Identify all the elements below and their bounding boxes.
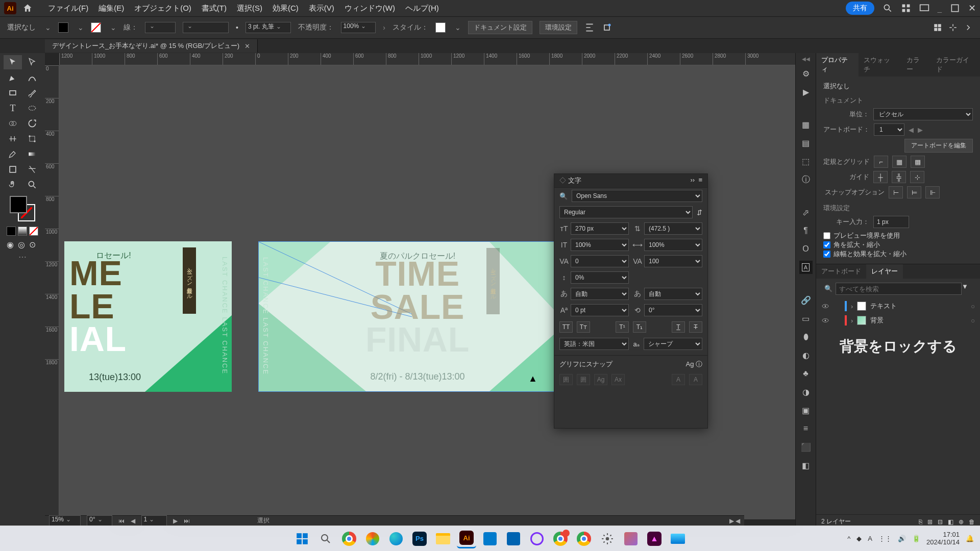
grid-icon[interactable]	[933, 23, 942, 32]
grid-toggle-icon[interactable]: ▦	[892, 156, 906, 168]
dock-appearance-icon[interactable]: ◑	[799, 385, 813, 398]
taskbar-app3-icon[interactable]	[668, 529, 688, 548]
tab-layers[interactable]: レイヤー	[866, 264, 903, 279]
tray-wifi-icon[interactable]: ⋮⋮	[878, 535, 892, 542]
paintbrush-tool[interactable]	[23, 86, 41, 100]
layer-name[interactable]: 背景	[870, 316, 884, 325]
antialiasing-select[interactable]: シャープ	[644, 338, 702, 350]
snap-pixel-icon[interactable]: ⊩	[925, 186, 940, 198]
baseline-input[interactable]: 0 pt	[571, 304, 629, 316]
layer-name[interactable]: テキスト	[870, 302, 897, 311]
workspace-icon[interactable]	[919, 3, 929, 13]
type-tool[interactable]: T	[4, 101, 22, 115]
dock-artboards-icon[interactable]: ◧	[799, 459, 813, 472]
taskbar-photoshop-icon[interactable]: Ps	[410, 529, 429, 548]
expand-layer-icon[interactable]: ›	[851, 317, 853, 324]
dock-cc-icon[interactable]: ▶	[799, 85, 813, 98]
window-close-icon[interactable]: ✕	[968, 3, 976, 14]
arrange-icon[interactable]	[901, 3, 911, 13]
new-layer-icon[interactable]: ⊕	[959, 518, 964, 525]
align-icon[interactable]	[584, 22, 595, 33]
glyph-icon[interactable]: Ag	[685, 360, 694, 368]
rotate-view-select[interactable]: 0°	[87, 515, 112, 527]
last-artboard-icon[interactable]: ⏭	[184, 517, 190, 524]
taskbar-chrome3-icon[interactable]	[574, 529, 594, 548]
snap-point-icon[interactable]: ⊢	[889, 186, 903, 198]
taskbar-calendar-icon[interactable]	[504, 529, 523, 548]
tray-app-icon[interactable]: ◆	[856, 535, 862, 542]
info-icon[interactable]: ⓘ	[696, 360, 702, 368]
prev-artboard-icon[interactable]: ◀	[909, 126, 914, 134]
preferences-button[interactable]: 環境設定	[540, 21, 577, 34]
taskbar-settings-icon[interactable]	[598, 529, 617, 548]
artboard-tool[interactable]	[4, 162, 22, 177]
selection-tool[interactable]	[4, 55, 22, 69]
auto1-select[interactable]: 自動	[571, 288, 629, 300]
menu-edit[interactable]: 編集(E)	[93, 2, 129, 15]
taskbar-edge-icon[interactable]	[386, 529, 406, 548]
taskbar-xd-icon[interactable]: ▲	[645, 529, 664, 548]
transparency-grid-icon[interactable]: ▩	[911, 156, 925, 168]
dock-swatches-icon[interactable]: ▤	[799, 136, 813, 149]
guides-lock-icon[interactable]: ╬	[892, 171, 906, 183]
document-setup-button[interactable]: ドキュメント設定	[468, 21, 532, 34]
tab-artboards[interactable]: アートボード	[816, 264, 866, 279]
dock-info-icon[interactable]: ⓘ	[799, 173, 813, 186]
color-mode-fill[interactable]	[7, 227, 16, 236]
tray-volume-icon[interactable]: 🔊	[898, 535, 906, 542]
superscript-button[interactable]: T¹	[616, 321, 629, 333]
dock-asset-icon[interactable]: ⬛	[799, 440, 813, 454]
hscale-input[interactable]: 100%	[644, 239, 702, 251]
snap-grid-icon[interactable]: ⊨	[907, 186, 921, 198]
stroke-weight-dropdown[interactable]	[145, 22, 176, 33]
taskbar-explorer-icon[interactable]	[433, 529, 453, 548]
opacity-value[interactable]: 100%	[341, 22, 376, 33]
menu-effect[interactable]: 効果(C)	[267, 2, 304, 15]
artboard-select[interactable]: 1	[874, 123, 904, 136]
collect-layer-icon[interactable]: ⊞	[927, 518, 933, 525]
layer-row[interactable]: › テキスト ○	[816, 299, 980, 313]
tray-ime-icon[interactable]: A	[868, 535, 872, 542]
fill-stroke-indicator[interactable]	[10, 196, 35, 221]
style-swatch[interactable]	[435, 22, 446, 33]
free-transform-tool[interactable]	[23, 132, 41, 146]
expand-layer-icon[interactable]: ›	[851, 303, 853, 310]
start-button[interactable]	[292, 529, 312, 548]
close-tab-icon[interactable]: ✕	[244, 42, 250, 50]
fill-dropdown[interactable]	[76, 23, 84, 32]
make-sublayer-icon[interactable]: ⊟	[938, 518, 943, 525]
taskbar-illustrator-icon[interactable]: Ai	[457, 529, 476, 548]
layer-row[interactable]: › 背景 ○	[816, 313, 980, 328]
tab-swatches[interactable]: スウォッチ	[859, 53, 901, 77]
delete-layer-icon[interactable]: 🗑	[969, 518, 975, 525]
font-size-input[interactable]: 270 px	[571, 222, 629, 235]
menu-view[interactable]: 表示(V)	[304, 2, 339, 15]
window-maximize-icon[interactable]	[950, 3, 960, 13]
subscript-button[interactable]: T₁	[633, 321, 646, 333]
dock-character-icon[interactable]: A	[799, 261, 813, 274]
visibility-icon[interactable]	[821, 302, 829, 310]
font-height-icon[interactable]: ⇵	[697, 209, 702, 216]
layer-filter-icon[interactable]: ▼	[962, 283, 975, 295]
key-input-field[interactable]	[873, 216, 909, 228]
taskbar-copilot-icon[interactable]	[363, 529, 382, 548]
menu-file[interactable]: ファイル(F)	[43, 2, 93, 15]
tab-color[interactable]: カラー	[901, 53, 931, 77]
taskbar-chrome2-icon[interactable]	[551, 529, 570, 548]
taskbar-app1-icon[interactable]	[527, 529, 547, 548]
stroke-dropdown[interactable]	[108, 23, 116, 32]
menu-help[interactable]: ヘルプ(H)	[400, 2, 444, 15]
dock-paragraph-icon[interactable]: ¶	[799, 224, 813, 237]
dock-opentype-icon[interactable]: O	[799, 242, 813, 256]
color-mode-none[interactable]	[29, 227, 38, 236]
stroke-swatch[interactable]	[91, 22, 101, 33]
home-icon[interactable]	[22, 3, 33, 13]
dock-align-icon[interactable]: ▭	[799, 312, 813, 325]
char-rotate-input[interactable]: 0°	[644, 304, 702, 316]
transform-icon[interactable]	[602, 22, 612, 33]
next-artboard-icon[interactable]: ▶	[173, 517, 178, 524]
taskbar-vscode-icon[interactable]	[480, 529, 500, 548]
auto2-select[interactable]: 自動	[644, 288, 702, 300]
tray-battery-icon[interactable]: 🔋	[912, 535, 920, 542]
color-mode-gradient[interactable]	[18, 227, 27, 236]
